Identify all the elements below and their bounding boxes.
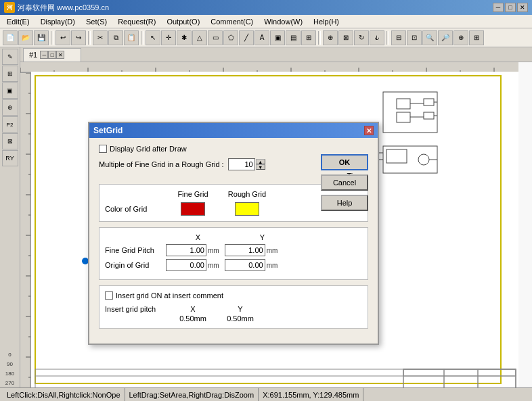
toolbar-rotate[interactable]: ↻ bbox=[354, 30, 369, 45]
ruler-0: 0 bbox=[7, 350, 12, 359]
toolbar-redo[interactable]: ↪ bbox=[71, 30, 86, 45]
origin-x-input[interactable] bbox=[166, 259, 206, 271]
sidebar-btn-3[interactable]: ▣ bbox=[2, 82, 18, 99]
menu-request[interactable]: Request(R) bbox=[112, 16, 161, 27]
spin-down-button[interactable]: ▼ bbox=[256, 164, 265, 170]
toolbar-scale[interactable]: ⊠ bbox=[338, 30, 353, 45]
canvas-area[interactable]: #1 ─ □ ✕ bbox=[20, 47, 532, 387]
dialog-close-button[interactable]: ✕ bbox=[364, 126, 374, 135]
menu-window[interactable]: Window(W) bbox=[259, 16, 308, 27]
toolbar-crosshair[interactable]: ✛ bbox=[161, 30, 176, 45]
left-sidebar: ✎ ⊞ ▣ ⊕ P2 ⊠ RY 0 90 180 270 bbox=[0, 47, 20, 387]
display-grid-row: Display Grid after Draw bbox=[99, 145, 368, 153]
menu-set[interactable]: Set(S) bbox=[81, 16, 112, 27]
dialog-buttons: OK Cancel Help bbox=[321, 154, 368, 211]
fine-pitch-x-input[interactable] bbox=[166, 244, 206, 256]
ruler-180: 180 bbox=[4, 369, 16, 378]
toolbar-select[interactable]: ↖ bbox=[146, 30, 160, 45]
insert-pitch-values-row: 0.50mm 0.50mm bbox=[105, 314, 362, 323]
rough-grid-header: Rough Grid bbox=[220, 190, 274, 198]
toolbar-hatch[interactable]: ▤ bbox=[286, 30, 301, 45]
x-header: X bbox=[173, 233, 223, 241]
grid-pitch-section: X Y Fine Grid Pitch mm mm bbox=[99, 227, 368, 280]
toolbar-zoom-prev[interactable]: ⊟ bbox=[391, 30, 406, 45]
menu-output[interactable]: Output(O) bbox=[161, 16, 205, 27]
canvas-tab-label: #1 bbox=[29, 51, 37, 59]
toolbar-move[interactable]: ⊕ bbox=[323, 30, 338, 45]
insert-grid-label[interactable]: Insert grid ON at insert comment bbox=[105, 291, 223, 300]
origin-y-input[interactable] bbox=[225, 259, 265, 271]
canvas-close-btn[interactable]: ✕ bbox=[56, 51, 64, 59]
sidebar-btn-4[interactable]: ⊕ bbox=[2, 99, 18, 116]
sidebar-btn-2[interactable]: ⊞ bbox=[2, 66, 18, 82]
toolbar-open[interactable]: 📂 bbox=[18, 30, 33, 45]
main-area: ✎ ⊞ ▣ ⊕ P2 ⊠ RY 0 90 180 270 #1 ─ □ ✕ bbox=[0, 47, 532, 387]
toolbar-zoom-area[interactable]: ⊕ bbox=[453, 30, 468, 45]
title-bar-text: 河泰软件网 www.pc0359.cn bbox=[18, 3, 493, 13]
ruler-270: 270 bbox=[4, 379, 16, 387]
menu-edit[interactable]: Edit(E) bbox=[1, 16, 35, 27]
menu-comment[interactable]: Comment(C) bbox=[205, 16, 259, 27]
toolbar-zoom-all[interactable]: ⊞ bbox=[469, 30, 484, 45]
multiple-input[interactable] bbox=[228, 158, 255, 170]
svg-rect-50 bbox=[403, 369, 516, 387]
toolbar-triangle[interactable]: △ bbox=[192, 30, 207, 45]
canvas-max-btn[interactable]: □ bbox=[48, 51, 56, 59]
maximize-button[interactable]: □ bbox=[505, 3, 516, 12]
minimize-button[interactable]: ─ bbox=[493, 3, 504, 12]
sidebar-btn-6[interactable]: RY bbox=[2, 150, 18, 166]
svg-rect-38 bbox=[424, 99, 434, 105]
toolbar-save[interactable]: 💾 bbox=[34, 30, 49, 45]
menu-help[interactable]: Help(H) bbox=[308, 16, 345, 27]
rough-grid-color-swatch[interactable] bbox=[235, 202, 259, 216]
toolbar-undo[interactable]: ↩ bbox=[56, 30, 70, 45]
y-header: Y bbox=[237, 233, 288, 241]
ruler-90: 90 bbox=[5, 360, 14, 369]
toolbar-mirror[interactable]: ⫝ bbox=[370, 30, 384, 45]
canvas-tab-1[interactable]: #1 ─ □ ✕ bbox=[23, 48, 81, 62]
toolbar-grid[interactable]: ⊞ bbox=[301, 30, 316, 45]
sidebar-btn-p2[interactable]: P2 bbox=[2, 116, 18, 133]
sidebar-btn-5[interactable]: ⊠ bbox=[2, 133, 18, 149]
ok-button[interactable]: OK bbox=[321, 154, 368, 170]
insert-grid-checkbox[interactable] bbox=[105, 291, 113, 300]
sidebar-btn-1[interactable]: ✎ bbox=[2, 49, 18, 65]
help-button[interactable]: Help bbox=[321, 195, 368, 211]
toolbar-cut[interactable]: ✂ bbox=[93, 30, 108, 45]
toolbar-copy[interactable]: ⧉ bbox=[108, 30, 123, 45]
fine-pitch-y-input[interactable] bbox=[225, 244, 265, 256]
svg-point-46 bbox=[418, 154, 429, 165]
toolbar-star[interactable]: ✱ bbox=[177, 30, 192, 45]
toolbar-zoom-fit[interactable]: ⊡ bbox=[407, 30, 422, 45]
toolbar-line[interactable]: ╱ bbox=[239, 30, 254, 45]
toolbar-rect[interactable]: ▭ bbox=[208, 30, 223, 45]
cancel-button[interactable]: Cancel bbox=[321, 174, 368, 191]
menu-display[interactable]: Display(D) bbox=[35, 16, 81, 27]
toolbar: 📄 📂 💾 ↩ ↪ ✂ ⧉ 📋 ↖ ✛ ✱ △ ▭ ⬠ ╱ A ▣ ▤ ⊞ ⊕ … bbox=[0, 28, 532, 47]
toolbar-new[interactable]: 📄 bbox=[3, 30, 18, 45]
toolbar-poly[interactable]: ⬠ bbox=[223, 30, 238, 45]
display-grid-label[interactable]: Display Grid after Draw bbox=[99, 145, 187, 153]
insert-grid-section: Insert grid ON at insert comment Insert … bbox=[99, 285, 368, 329]
status-coords: X:691.155mm, Y:129.485mm bbox=[259, 388, 363, 401]
insert-pitch-row: Insert grid pitch X Y bbox=[105, 305, 362, 313]
mm-label-4: mm bbox=[267, 262, 278, 269]
insert-pitch-y-value: 0.50mm bbox=[220, 314, 261, 323]
insert-pitch-x-value: 0.50mm bbox=[173, 314, 213, 323]
toolbar-fill[interactable]: ▣ bbox=[270, 30, 285, 45]
close-button[interactable]: ✕ bbox=[517, 3, 528, 12]
toolbar-text[interactable]: A bbox=[254, 30, 269, 45]
canvas-min-btn[interactable]: ─ bbox=[40, 51, 48, 59]
toolbar-zoom-out[interactable]: 🔎 bbox=[438, 30, 453, 45]
dialog-body: Display Grid after Draw Multiple of Fine… bbox=[89, 138, 378, 344]
title-bar-controls: ─ □ ✕ bbox=[493, 3, 528, 12]
display-grid-checkbox[interactable] bbox=[99, 145, 107, 153]
toolbar-zoom-in[interactable]: 🔍 bbox=[422, 30, 437, 45]
fine-grid-header: Fine Grid bbox=[166, 190, 220, 198]
setgrid-dialog: SetGrid ✕ Display Grid after Draw Multip… bbox=[88, 122, 379, 345]
toolbar-paste[interactable]: 📋 bbox=[124, 30, 139, 45]
fine-grid-color-swatch[interactable] bbox=[181, 202, 205, 216]
title-bar: 河 河泰软件网 www.pc0359.cn ─ □ ✕ bbox=[0, 0, 532, 15]
svg-rect-54 bbox=[478, 369, 516, 387]
spin-up-button[interactable]: ▲ bbox=[256, 159, 265, 164]
